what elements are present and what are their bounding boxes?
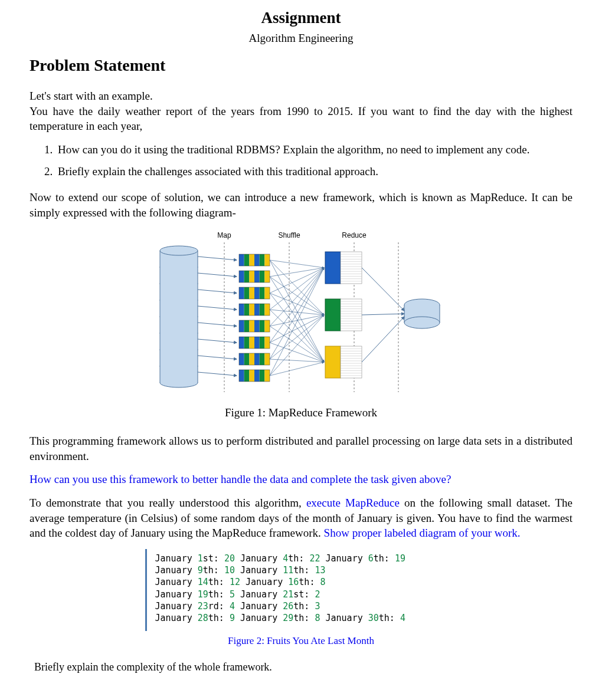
mapreduce-figure: Map Shuffle Reduce xyxy=(30,228,572,399)
framework-paragraph: This programming framework allows us to … xyxy=(30,433,572,464)
svg-rect-45 xyxy=(244,271,250,282)
svg-rect-93 xyxy=(325,252,341,284)
closing-line: Briefly explain the complexity of the wh… xyxy=(34,660,572,674)
svg-rect-37 xyxy=(239,254,244,266)
emphasis-execute-mapreduce: execute MapReduce xyxy=(306,497,400,509)
svg-line-174 xyxy=(362,317,404,362)
svg-rect-54 xyxy=(254,287,260,299)
svg-rect-79 xyxy=(239,353,244,365)
svg-line-154 xyxy=(270,268,324,293)
svg-line-148 xyxy=(270,260,324,268)
svg-rect-21 xyxy=(160,317,198,333)
svg-rect-82 xyxy=(254,353,260,365)
svg-rect-69 xyxy=(260,320,265,332)
svg-rect-88 xyxy=(249,370,254,382)
svg-rect-90 xyxy=(260,370,265,382)
svg-rect-84 xyxy=(264,353,270,365)
svg-rect-55 xyxy=(260,287,265,299)
svg-rect-46 xyxy=(249,271,254,282)
svg-line-142 xyxy=(198,290,237,293)
svg-rect-39 xyxy=(249,254,254,266)
svg-rect-81 xyxy=(249,353,254,365)
svg-rect-25 xyxy=(160,333,198,350)
svg-rect-51 xyxy=(239,287,244,299)
svg-rect-83 xyxy=(260,353,265,365)
svg-rect-86 xyxy=(239,370,244,382)
svg-rect-80 xyxy=(244,353,250,365)
input-database-icon xyxy=(160,246,198,387)
svg-rect-65 xyxy=(239,320,244,332)
svg-rect-52 xyxy=(244,287,250,299)
phase-label-shuffle: Shuffle xyxy=(278,231,300,239)
scope-paragraph: Now to extend our scope of solution, we … xyxy=(30,190,572,220)
question-2: Briefly explain the challenges associate… xyxy=(55,164,572,179)
svg-line-141 xyxy=(198,273,237,277)
intro-paragraph: Let's start with an example.You have the… xyxy=(30,88,572,134)
svg-rect-68 xyxy=(254,320,260,332)
blue-question: How can you use this framework to better… xyxy=(30,472,572,487)
mapreduce-diagram: Map Shuffle Reduce xyxy=(150,228,452,399)
svg-line-160 xyxy=(270,268,324,326)
svg-line-146 xyxy=(198,356,237,359)
demo-paragraph: To demonstrate that you really understoo… xyxy=(30,495,572,541)
svg-rect-75 xyxy=(254,337,260,349)
svg-rect-33 xyxy=(160,366,198,383)
svg-point-139 xyxy=(404,317,440,328)
svg-rect-42 xyxy=(264,254,270,266)
svg-line-172 xyxy=(362,268,404,311)
svg-rect-29 xyxy=(160,350,198,366)
figure2-caption: Figure 2: Fruits You Ate Last Month xyxy=(30,635,572,648)
svg-line-152 xyxy=(270,277,324,315)
svg-line-157 xyxy=(270,268,324,310)
phase-label-map: Map xyxy=(217,231,231,239)
svg-rect-60 xyxy=(249,304,254,316)
map-blocks xyxy=(239,254,270,382)
svg-rect-53 xyxy=(249,287,254,299)
svg-rect-76 xyxy=(260,337,265,349)
svg-line-149 xyxy=(270,260,324,315)
section-heading: Problem Statement xyxy=(30,54,572,77)
svg-rect-74 xyxy=(249,337,254,349)
page-subtitle: Algorithm Engineering xyxy=(30,31,572,46)
dataset-block: January 1st: 20 January 4th: 22 January … xyxy=(145,549,457,632)
svg-rect-66 xyxy=(244,320,250,332)
svg-line-155 xyxy=(270,293,324,315)
svg-line-171 xyxy=(270,362,324,376)
phase-label-reduce: Reduce xyxy=(342,231,367,239)
emphasis-show-diagram: Show proper labeled diagram of your work… xyxy=(324,527,521,539)
figure1-caption: Figure 1: MapReduce Framework xyxy=(30,405,572,420)
svg-rect-13 xyxy=(160,284,198,300)
svg-line-173 xyxy=(362,314,404,315)
svg-rect-121 xyxy=(325,346,341,378)
svg-rect-61 xyxy=(254,304,260,316)
svg-line-140 xyxy=(198,257,237,260)
svg-line-158 xyxy=(270,310,324,315)
svg-rect-9 xyxy=(160,267,198,284)
svg-rect-47 xyxy=(254,271,260,282)
svg-rect-89 xyxy=(254,370,260,382)
question-1: How can you do it using the traditional … xyxy=(55,142,572,157)
svg-rect-38 xyxy=(244,254,250,266)
svg-line-161 xyxy=(270,315,324,326)
svg-rect-59 xyxy=(244,304,250,316)
svg-rect-41 xyxy=(260,254,265,266)
svg-rect-56 xyxy=(264,287,270,299)
output-database-icon xyxy=(404,299,440,328)
svg-rect-91 xyxy=(264,370,270,382)
svg-line-144 xyxy=(198,323,237,326)
svg-rect-17 xyxy=(160,300,198,317)
svg-rect-73 xyxy=(244,337,250,349)
svg-line-145 xyxy=(198,339,237,343)
svg-rect-63 xyxy=(264,304,270,316)
svg-point-36 xyxy=(160,246,198,255)
svg-rect-44 xyxy=(239,271,244,282)
svg-line-143 xyxy=(198,306,237,310)
svg-rect-49 xyxy=(264,271,270,282)
question-list: How can you do it using the traditional … xyxy=(30,142,572,179)
svg-rect-77 xyxy=(264,337,270,349)
shuffle-output xyxy=(325,252,362,378)
svg-rect-107 xyxy=(325,299,341,331)
svg-rect-62 xyxy=(260,304,265,316)
svg-line-163 xyxy=(270,268,324,343)
svg-rect-67 xyxy=(249,320,254,332)
